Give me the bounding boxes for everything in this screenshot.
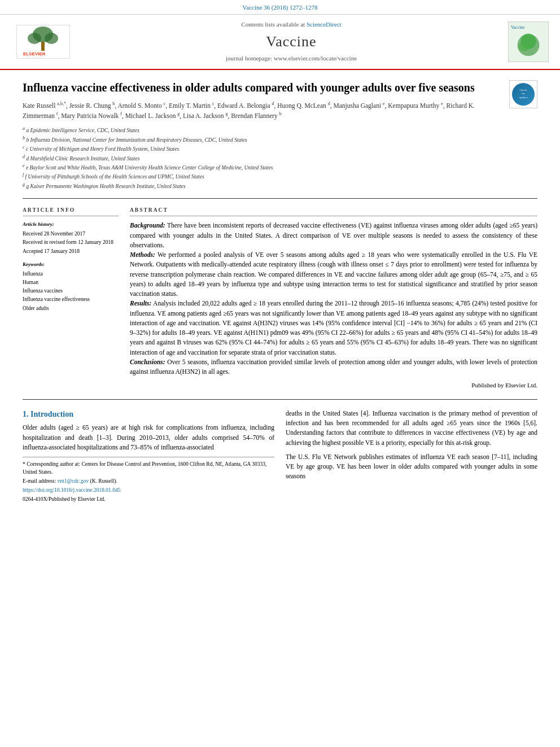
abstract-column: ABSTRACT Background: There have been inc… <box>130 207 537 390</box>
cover-svg: Vaccine <box>508 22 549 62</box>
keyword-3: Influenza vaccines <box>23 287 119 295</box>
article-title: Influenza vaccine effectiveness in older… <box>23 80 502 95</box>
doi-line: https://doi.org/10.1016/j.vaccine.2018.0… <box>23 487 274 494</box>
svg-text:Vaccine: Vaccine <box>511 25 525 30</box>
article-title-area: Influenza vaccine effectiveness in older… <box>23 80 502 191</box>
journal-citation: Vaccine 36 (2018) 1272–1278 <box>0 0 560 15</box>
sciencedirect-link[interactable]: ScienceDirect <box>307 21 342 28</box>
contents-label: Contents lists available at ScienceDirec… <box>241 20 341 29</box>
conclusions-text: Over 5 seasons, influenza vaccination pr… <box>130 359 537 375</box>
svg-point-10 <box>519 42 530 51</box>
elsevier-logo: ELSEVIER <box>16 25 70 59</box>
abstract-body: Background: There have been inconsistent… <box>130 221 537 377</box>
background-label: Background: <box>130 222 165 229</box>
journal-homepage: journal homepage: www.elsevier.com/locat… <box>226 54 357 63</box>
affiliation-e: e e Baylor Scott and White Health, Texas… <box>23 163 502 172</box>
methods-label: Methods: <box>130 251 155 258</box>
received-date: Received 28 November 2017 <box>23 230 119 238</box>
affiliations-list: a a Epidemic Intelligence Service, CDC, … <box>23 125 502 190</box>
keyword-5: Older adults <box>23 305 119 312</box>
affiliation-a: a a Epidemic Intelligence Service, CDC, … <box>23 125 502 134</box>
svg-rect-4 <box>41 42 45 51</box>
keyword-1: Influenza <box>23 270 119 278</box>
revised-date: Received in revised form 12 January 2018 <box>23 239 119 246</box>
check-badge-label: Checkforupdates <box>519 89 527 100</box>
email-note: E-mail address: vnt1@cdc.gov (K. Russell… <box>23 478 274 485</box>
accepted-date: Accepted 17 January 2018 <box>23 248 119 255</box>
page: Vaccine 36 (2018) 1272–1278 ELSEVIER <box>0 0 560 747</box>
affiliation-b: b b Influenza Division, National Center … <box>23 135 502 144</box>
background-text: There have been inconsistent reports of … <box>130 222 537 248</box>
intro-paragraph-1: Older adults (aged ≥ 65 years) are at hi… <box>23 423 274 452</box>
results-text: Analysis included 20,022 adults aged ≥ 1… <box>130 300 537 355</box>
intro-paragraph-3: The U.S. Flu VE Network publishes estima… <box>286 452 537 482</box>
email-link[interactable]: vnt1@cdc.gov <box>58 478 89 484</box>
intro-left-col: 1. Introduction Older adults (aged ≥ 65 … <box>23 409 274 505</box>
abstract-section-label: ABSTRACT <box>130 207 537 216</box>
article-title-section: Influenza vaccine effectiveness in older… <box>23 80 537 199</box>
intro-paragraph-2: deaths in the United States [4]. Influen… <box>286 409 537 448</box>
svg-text:ELSEVIER: ELSEVIER <box>23 51 46 56</box>
history-label: Article history: <box>23 221 119 228</box>
intro-section-header: 1. Introduction <box>23 409 274 420</box>
keyword-2: Human <box>23 279 119 286</box>
elsevier-tree-svg: ELSEVIER <box>20 26 65 57</box>
article-info-section-label: ARTICLE INFO <box>23 207 119 216</box>
citation-text: Vaccine 36 (2018) 1272–1278 <box>243 4 318 11</box>
issn-line: 0264-410X/Published by Elsevier Ltd. <box>23 496 274 503</box>
journal-center-info: Contents lists available at ScienceDirec… <box>82 20 500 63</box>
authors-list: Kate Russell a,b,*, Jessie R. Chung b, A… <box>23 101 502 121</box>
corresponding-author-note: * Corresponding author at: Centers for D… <box>23 461 274 476</box>
article-info-column: ARTICLE INFO Article history: Received 2… <box>23 207 119 390</box>
conclusions-label: Conclusions: <box>130 359 165 365</box>
doi-link[interactable]: https://doi.org/10.1016/j.vaccine.2018.0… <box>23 487 120 493</box>
journal-thumbnail: Vaccine <box>506 20 551 63</box>
methods-text: We performed a pooled analysis of VE ove… <box>130 251 537 297</box>
intro-right-col: deaths in the United States [4]. Influen… <box>286 409 537 505</box>
elsevier-image: ELSEVIER <box>16 25 70 59</box>
keywords-section: Keywords: Influenza Human Influenza vacc… <box>23 261 119 312</box>
main-content: Influenza vaccine effectiveness in older… <box>0 70 560 511</box>
affiliation-g: g g Kaiser Permanente Washington Health … <box>23 181 502 190</box>
published-by: Published by Elsevier Ltd. <box>130 381 537 390</box>
svg-point-3 <box>45 33 58 44</box>
keywords-label: Keywords: <box>23 261 119 268</box>
check-badge-circle: Checkforupdates <box>512 83 535 106</box>
check-updates-badge: Checkforupdates <box>509 80 537 108</box>
results-label: Results: <box>130 300 151 307</box>
elsevier-logo-area: ELSEVIER <box>9 20 77 63</box>
keyword-4: Influenza vaccine effectiveness <box>23 296 119 303</box>
vaccine-cover-image: Vaccine <box>508 21 549 62</box>
article-info-abstract: ARTICLE INFO Article history: Received 2… <box>23 207 537 400</box>
affiliation-f: f f University of Pittsburgh Schools of … <box>23 172 502 181</box>
affiliation-c: c c University of Michigan and Henry For… <box>23 144 502 153</box>
svg-point-2 <box>28 33 41 44</box>
footnote-section: * Corresponding author at: Centers for D… <box>23 457 274 503</box>
introduction-section: 1. Introduction Older adults (aged ≥ 65 … <box>23 409 537 505</box>
journal-name: Vaccine <box>266 32 316 52</box>
affiliation-d: d d Marshfield Clinic Research Institute… <box>23 154 502 163</box>
journal-header: ELSEVIER Contents lists available at Sci… <box>0 15 560 69</box>
